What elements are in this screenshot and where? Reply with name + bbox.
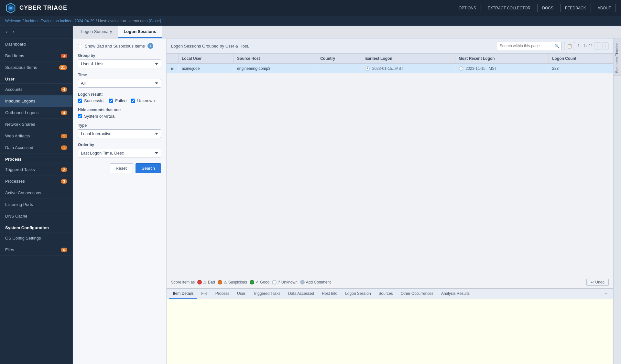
cell-source-host: engineering-comp3 <box>234 64 317 73</box>
nav-forward-button[interactable]: › <box>11 28 16 36</box>
score-dot-bad <box>197 280 202 284</box>
detail-collapse-button[interactable]: − <box>601 290 611 298</box>
detail-tab-user[interactable]: User <box>233 289 249 299</box>
sidebar-item-dashboard[interactable]: Dashboard <box>0 38 72 50</box>
sidebar-item-dns-cache[interactable]: DNS Cache <box>0 210 72 222</box>
main-tab-bar: Logon Summary Logon Sessions <box>73 26 621 38</box>
table-row[interactable]: ▶ acme/jdoe engineering-comp3 🕐 2023-01-… <box>167 64 613 73</box>
reset-button[interactable]: Reset <box>110 163 133 173</box>
tab-body: Show Bad and Suspicious items i Group by… <box>73 38 621 364</box>
show-bad-checkbox[interactable] <box>78 44 82 48</box>
type-select[interactable]: Local Interactive Remote Interactive Net… <box>78 129 161 138</box>
score-option-unknown[interactable]: ? Unknown <box>272 280 298 284</box>
options-button[interactable]: OPTIONS <box>454 4 481 12</box>
col-most-recent-logon: Most Recent Logon <box>455 54 549 64</box>
sidebar-item-suspicious-items[interactable]: Suspicious Items 21 <box>0 62 72 73</box>
sidebar-item-active-connections[interactable]: Active Connections <box>0 187 72 199</box>
copy-button[interactable]: 📋 <box>564 42 575 50</box>
sidebar-item-triggered-tasks[interactable]: Triggered Tasks 2 <box>0 164 72 176</box>
search-button[interactable]: Search <box>136 163 161 173</box>
score-option-bad[interactable]: ⚠ Bad <box>197 280 215 284</box>
cell-logon-count: 223 <box>549 64 613 73</box>
score-label: Score item as <box>171 280 195 284</box>
clock-icon-recent: 🕐 <box>459 66 463 71</box>
page-prev-button[interactable]: ‹ <box>594 42 601 50</box>
checkbox-unknown[interactable] <box>131 99 135 103</box>
results-search-input[interactable] <box>497 42 561 50</box>
sidebar-item-os-config[interactable]: OS Config Settings <box>0 232 72 244</box>
detail-tab-process[interactable]: Process <box>212 289 233 299</box>
score-good-label: Good <box>260 280 269 284</box>
label-unknown[interactable]: Unknown <box>137 98 155 103</box>
info-icon[interactable]: i <box>147 43 153 49</box>
tab-logon-summary[interactable]: Logon Summary <box>75 26 118 38</box>
score-dot-comment <box>300 280 305 284</box>
detail-tab-host-info[interactable]: Host Info <box>318 289 341 299</box>
sidebar-item-listening-ports[interactable]: Listening Ports <box>0 199 72 210</box>
breadcrumb-welcome[interactable]: Welcome <box>5 19 21 23</box>
checkbox-failed[interactable] <box>109 99 113 103</box>
table-scroll: Local User Source Host Country Earliest … <box>167 54 613 276</box>
time-select[interactable]: All Last 24h Last 7 days Last 30 days <box>78 79 161 88</box>
show-bad-label[interactable]: Show Bad and Suspicious items <box>85 44 145 48</box>
detail-tab-file[interactable]: File <box>197 289 211 299</box>
most-recent-logon-value: 2023-11-15...MST <box>466 66 497 71</box>
sidebar-item-processes[interactable]: Processes 3 <box>0 176 72 187</box>
sidebar-item-data-accessed[interactable]: Data Accessed 1 <box>0 142 72 154</box>
breadcrumb-close[interactable]: [Close] <box>149 19 161 23</box>
add-comment-label: Add Comment <box>306 280 331 284</box>
badge-accounts: 4 <box>61 87 67 92</box>
detail-tab-item-details[interactable]: Item Details <box>169 289 197 299</box>
col-country: Country <box>317 54 362 64</box>
sidebar-item-accounts[interactable]: Accounts 4 <box>0 84 72 95</box>
feedback-button[interactable]: FEEDBACK <box>560 4 591 12</box>
score-good-icon: ✓ <box>256 280 259 284</box>
sidebar-item-outbound-logons[interactable]: Outbound Logons 4 <box>0 107 72 119</box>
detail-tab-triggered-tasks[interactable]: Triggered Tasks <box>249 289 284 299</box>
sidebar-item-files[interactable]: Files 6 <box>0 244 72 256</box>
score-option-add-comment[interactable]: Add Comment <box>300 280 331 284</box>
score-option-suspicious[interactable]: ⚠ Suspicious <box>218 280 247 284</box>
section-header-system-config: System Configuration <box>0 222 72 232</box>
sidebar-item-web-artifacts[interactable]: Web Artifacts 1 <box>0 130 72 142</box>
checkbox-successful[interactable] <box>78 99 82 103</box>
page-next-button[interactable]: › <box>602 42 609 50</box>
detail-tab-data-accessed[interactable]: Data Accessed <box>284 289 318 299</box>
logon-result-failed: Failed <box>109 98 126 103</box>
label-failed[interactable]: Failed <box>115 98 126 103</box>
right-sidebar-label[interactable]: Bad Items Timeline <box>614 40 621 76</box>
svg-point-2 <box>9 7 12 9</box>
label-successful[interactable]: Successful <box>84 98 104 103</box>
main-layout: ‹ › Dashboard Bad Items 3 Suspicious Ite… <box>0 26 621 364</box>
score-bad-label: Bad <box>208 280 215 284</box>
group-by-select[interactable]: User & Host User Host None <box>78 59 161 68</box>
docs-button[interactable]: DOCS <box>537 4 558 12</box>
detail-tab-analysis-results[interactable]: Analysis Results <box>437 289 474 299</box>
expand-button[interactable]: ▶ <box>170 67 175 71</box>
checkbox-system-virtual[interactable] <box>78 114 82 118</box>
detail-tab-other-occurrences[interactable]: Other Occurrences <box>397 289 437 299</box>
logon-result-label: Logon result: <box>78 92 161 97</box>
detail-tab-logon-session[interactable]: Logon Session <box>341 289 375 299</box>
breadcrumb-incident[interactable]: Incident: Evaluation Incident 2024-04-29 <box>25 19 94 23</box>
results-search-icon-button[interactable]: 🔍 <box>554 44 560 48</box>
score-suspicious-icon: ⚠ <box>223 280 227 284</box>
sidebar-item-inbound-logons[interactable]: Inbound Logons <box>0 95 72 107</box>
show-bad-row: Show Bad and Suspicious items i <box>78 43 161 49</box>
order-by-select[interactable]: Last Logon Time, Desc Last Logon Time, A… <box>78 149 161 157</box>
extract-collector-button[interactable]: EXTRACT COLLECTOR <box>483 4 535 12</box>
nav-back-button[interactable]: ‹ <box>4 28 9 36</box>
hide-system-virtual: System or virtual <box>78 114 161 119</box>
col-logon-count: Logon Count <box>549 54 613 64</box>
logo-area: CYBER TRIAGE <box>5 3 454 14</box>
score-option-good[interactable]: ✓ Good <box>250 280 269 284</box>
undo-button[interactable]: ↩ Undo <box>586 279 609 286</box>
detail-tab-sources[interactable]: Sources <box>375 289 397 299</box>
score-dot-good <box>250 280 254 284</box>
sidebar-item-network-shares[interactable]: Network Shares <box>0 119 72 130</box>
tab-logon-sessions[interactable]: Logon Sessions <box>118 26 162 38</box>
about-button[interactable]: ABOUT <box>593 4 616 12</box>
pagination-text: 1 - 1 of 1 <box>578 44 593 48</box>
sidebar-item-bad-items[interactable]: Bad Items 3 <box>0 50 72 62</box>
label-system-virtual[interactable]: System or virtual <box>84 114 115 119</box>
